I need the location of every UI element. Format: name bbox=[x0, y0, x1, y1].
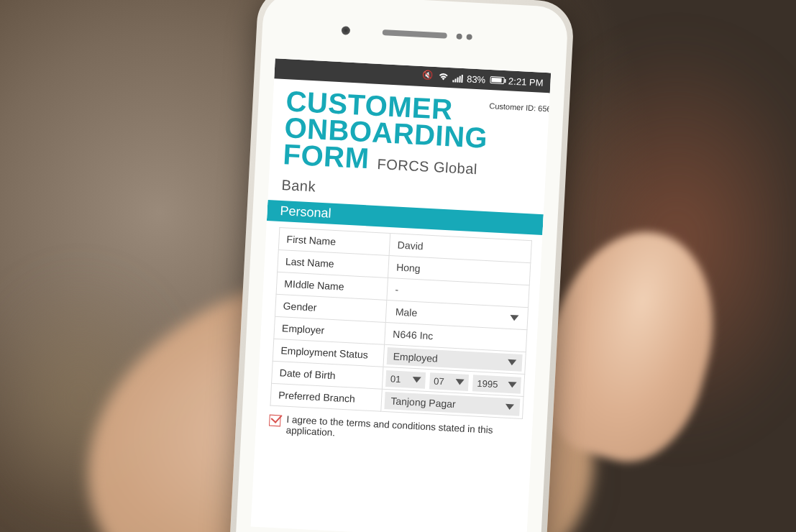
signal-icon bbox=[452, 73, 463, 83]
onboarding-form: Customer Onboarding Form FORCS Global Ba… bbox=[251, 78, 550, 532]
dob-month-select[interactable]: 07 bbox=[429, 372, 469, 391]
front-camera bbox=[342, 26, 351, 35]
terms-checkbox[interactable] bbox=[269, 415, 281, 427]
form-title: Customer Onboarding Form FORCS Global Ba… bbox=[281, 88, 490, 204]
battery-icon bbox=[490, 76, 504, 84]
dob-day-select[interactable]: 01 bbox=[385, 370, 425, 389]
battery-percent: 83% bbox=[467, 73, 486, 85]
photo-background: 83% 2:21 PM Customer Onboarding Form FOR… bbox=[0, 0, 796, 532]
terms-text: I agree to the terms and conditions stat… bbox=[285, 414, 522, 448]
screen: 83% 2:21 PM Customer Onboarding Form FOR… bbox=[251, 58, 552, 532]
speaker-grille bbox=[383, 29, 447, 39]
phone: 83% 2:21 PM Customer Onboarding Form FOR… bbox=[228, 0, 575, 532]
proximity-sensors bbox=[456, 33, 473, 40]
chevron-down-icon bbox=[455, 379, 464, 385]
preferred-branch-select[interactable]: Tanjong Pagar bbox=[385, 392, 521, 416]
wifi-icon bbox=[438, 72, 449, 83]
chevron-down-icon bbox=[508, 359, 516, 366]
dob-year-select[interactable]: 1995 bbox=[472, 375, 521, 393]
mute-icon bbox=[424, 71, 434, 82]
chevron-down-icon bbox=[412, 377, 421, 383]
terms-row: I agree to the terms and conditions stat… bbox=[268, 413, 522, 448]
clock: 2:21 PM bbox=[508, 75, 544, 88]
chevron-down-icon bbox=[505, 404, 514, 411]
chevron-down-icon bbox=[510, 315, 518, 321]
customer-id: Customer ID: 6561002007 bbox=[489, 101, 550, 115]
personal-fields-table: First Name David Last Name Hong MIddle N… bbox=[270, 227, 532, 419]
chevron-down-icon bbox=[508, 382, 516, 388]
